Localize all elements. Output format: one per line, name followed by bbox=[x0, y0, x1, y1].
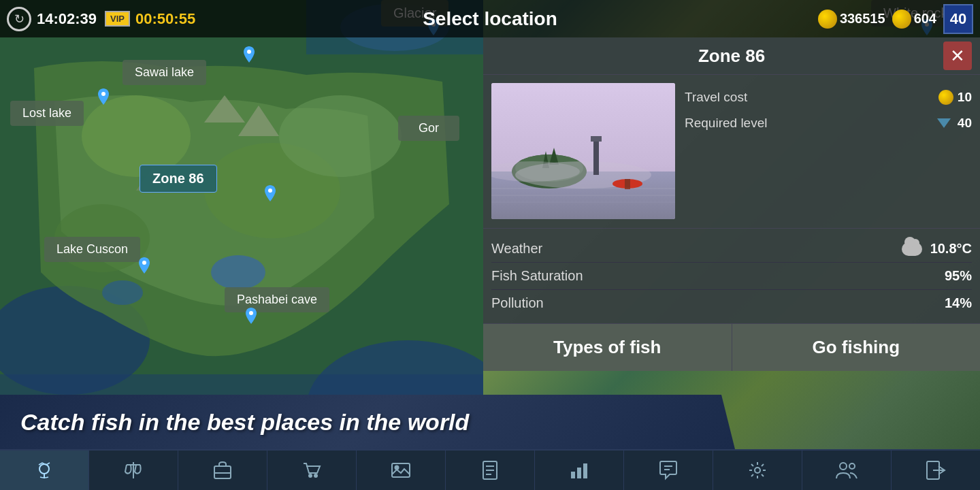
svg-rect-30 bbox=[625, 179, 630, 189]
nav-stats[interactable] bbox=[535, 451, 624, 490]
silver-currency: 336515 bbox=[818, 10, 885, 29]
zone-preview-svg bbox=[491, 83, 675, 219]
zone-panel: Zone 86 ✕ bbox=[483, 37, 980, 371]
select-location-title: Select location bbox=[423, 8, 557, 30]
svg-point-53 bbox=[840, 463, 847, 470]
vip-badge: VIP bbox=[105, 11, 130, 27]
fish-saturation-row: Fish Saturation 95% bbox=[491, 263, 972, 290]
nav-tasks[interactable] bbox=[446, 451, 535, 490]
gold-coin-icon bbox=[892, 10, 911, 29]
zone-buttons: Types of fish Go fishing bbox=[483, 323, 980, 371]
svg-rect-47 bbox=[571, 472, 575, 478]
svg-point-14 bbox=[268, 189, 272, 193]
weather-row: Weather 10.8°C bbox=[491, 235, 972, 263]
nav-shop[interactable] bbox=[267, 451, 357, 490]
svg-rect-49 bbox=[583, 463, 587, 478]
nav-settings[interactable] bbox=[713, 451, 802, 490]
zone-panel-header: Zone 86 ✕ bbox=[483, 37, 980, 75]
pin-pashabei bbox=[243, 308, 259, 329]
nav-balance[interactable] bbox=[89, 451, 178, 490]
required-level-label: Required level bbox=[685, 116, 767, 131]
nav-shop-icon bbox=[301, 459, 323, 481]
types-of-fish-button[interactable]: Types of fish bbox=[483, 324, 732, 371]
svg-rect-27 bbox=[593, 137, 599, 175]
pin-zone86 bbox=[262, 185, 278, 207]
svg-point-39 bbox=[309, 474, 312, 477]
travel-cost-coin-icon bbox=[938, 90, 953, 105]
location-pashabei[interactable]: Pashabei cave bbox=[225, 287, 329, 312]
nav-settings-icon bbox=[747, 459, 768, 481]
weather-value: 10.8°C bbox=[902, 241, 972, 257]
nav-friends[interactable] bbox=[802, 451, 892, 490]
currency-area: 336515 604 40 bbox=[818, 4, 973, 34]
svg-point-8 bbox=[211, 255, 265, 289]
travel-cost-value: 10 bbox=[938, 90, 972, 105]
nav-chat-icon bbox=[657, 459, 679, 481]
cloud-icon bbox=[902, 242, 922, 256]
nav-gallery-icon bbox=[390, 459, 412, 481]
svg-rect-48 bbox=[577, 468, 581, 478]
nav-gallery[interactable] bbox=[357, 451, 446, 490]
bottom-nav bbox=[0, 449, 980, 490]
gold-currency: 604 bbox=[892, 10, 936, 29]
fish-saturation-label: Fish Saturation bbox=[491, 268, 583, 284]
zone-title: Zone 86 bbox=[698, 46, 765, 67]
pin-lost-lake bbox=[95, 88, 112, 110]
pin-sawai bbox=[241, 46, 257, 68]
svg-point-54 bbox=[849, 463, 855, 469]
nav-stats-icon bbox=[568, 459, 590, 481]
banner-text: Catch fish in the best places in the wor… bbox=[20, 409, 469, 436]
nav-map-icon bbox=[33, 459, 55, 481]
svg-point-42 bbox=[395, 466, 399, 470]
svg-point-34 bbox=[39, 464, 49, 474]
player-level-badge: 40 bbox=[943, 4, 973, 34]
pin-cuscon bbox=[136, 257, 152, 279]
level-arrow-icon bbox=[937, 118, 951, 128]
location-gor[interactable]: Gor bbox=[398, 116, 459, 141]
bottom-banner: Catch fish in the best places in the wor… bbox=[0, 395, 735, 449]
travel-cost-row: Travel cost 10 bbox=[685, 86, 972, 109]
svg-rect-28 bbox=[591, 136, 602, 142]
zone-content: Travel cost 10 Required level 40 bbox=[483, 75, 980, 228]
svg-point-40 bbox=[314, 474, 317, 477]
nav-balance-icon bbox=[122, 459, 144, 481]
nav-chat[interactable] bbox=[624, 451, 713, 490]
countdown-timer: 00:50:55 bbox=[135, 10, 195, 28]
go-fishing-button[interactable]: Go fishing bbox=[732, 324, 981, 371]
nav-briefcase-icon bbox=[212, 459, 233, 481]
location-zone86-label[interactable]: Zone 86 bbox=[140, 165, 217, 193]
svg-rect-41 bbox=[392, 463, 410, 477]
close-button[interactable]: ✕ bbox=[943, 42, 972, 70]
svg-point-7 bbox=[279, 95, 402, 177]
nav-tasks-icon bbox=[479, 459, 501, 481]
svg-point-9 bbox=[102, 280, 143, 305]
svg-point-52 bbox=[755, 468, 760, 473]
zone-image bbox=[491, 83, 675, 219]
svg-point-12 bbox=[247, 50, 251, 54]
pollution-value: 14% bbox=[945, 295, 972, 311]
nav-exit-icon bbox=[925, 459, 947, 481]
svg-point-13 bbox=[101, 92, 105, 96]
location-cuscon[interactable]: Lake Cuscon bbox=[44, 237, 140, 262]
zone-weather-section: Weather 10.8°C Fish Saturation 95% Pollu… bbox=[483, 228, 980, 323]
pollution-row: Pollution 14% bbox=[491, 290, 972, 316]
required-level-value: 40 bbox=[937, 116, 972, 131]
gold-amount: 604 bbox=[914, 11, 936, 27]
nav-briefcase[interactable] bbox=[178, 451, 267, 490]
silver-amount: 336515 bbox=[840, 11, 885, 27]
pollution-label: Pollution bbox=[491, 295, 544, 311]
travel-cost-label: Travel cost bbox=[685, 90, 747, 105]
fish-saturation-value: 95% bbox=[945, 268, 972, 284]
silver-coin-icon bbox=[818, 10, 837, 29]
svg-point-16 bbox=[249, 311, 253, 315]
sync-icon[interactable]: ↻ bbox=[7, 7, 31, 31]
location-lost-lake[interactable]: Lost lake bbox=[10, 101, 84, 126]
weather-label: Weather bbox=[491, 241, 542, 257]
nav-exit[interactable] bbox=[892, 451, 980, 490]
nav-map[interactable] bbox=[0, 451, 89, 490]
time-display: 14:02:39 bbox=[37, 10, 97, 28]
location-sawai-lake[interactable]: Sawai lake bbox=[122, 60, 206, 85]
zone-stats: Travel cost 10 Required level 40 bbox=[685, 83, 972, 220]
nav-friends-icon bbox=[834, 459, 859, 481]
required-level-row: Required level 40 bbox=[685, 112, 972, 135]
